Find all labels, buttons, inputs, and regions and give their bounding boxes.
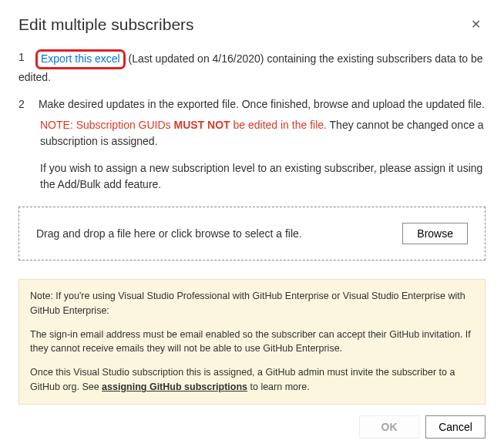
guid-note: NOTE: Subscription GUIDs MUST NOT be edi… (40, 117, 486, 150)
step-2-text: Make desired updates in the exported fil… (39, 98, 485, 110)
info-p2: The sign-in email address must be email … (30, 328, 474, 357)
dialog-footer: OK Cancel (18, 415, 486, 439)
assign-tip: If you wish to assign a new subscription… (40, 160, 486, 193)
info-p3: Once this Visual Studio subscription thi… (30, 365, 474, 395)
step-1: 1Export this excel (Last updated on 4/16… (18, 49, 486, 86)
note-bold: MUST NOT (174, 119, 230, 131)
step-2: 2 Make desired updates in the exported f… (18, 96, 486, 193)
close-button[interactable]: ✕ (466, 15, 486, 34)
assigning-github-link[interactable]: assigning GitHub subscriptions (102, 381, 247, 392)
step-number: 1 (18, 49, 35, 66)
file-dropzone[interactable]: Drag and drop a file here or click brows… (18, 207, 486, 260)
github-info-note: Note: If you're using Visual Studio Prof… (18, 279, 486, 405)
dialog-title: Edit multiple subscribers (18, 15, 194, 34)
ok-button: OK (359, 415, 419, 439)
note-prefix: NOTE: Subscription GUIDs (40, 119, 174, 131)
note-suffix: be edited in the file. (230, 119, 327, 131)
step-number: 2 (18, 96, 35, 113)
export-excel-link[interactable]: Export this excel (41, 52, 120, 65)
browse-button[interactable]: Browse (402, 223, 468, 244)
info-p1: Note: If you're using Visual Studio Prof… (30, 289, 474, 318)
edit-subscribers-dialog: Edit multiple subscribers ✕ 1Export this… (0, 0, 504, 447)
cancel-button[interactable]: Cancel (425, 415, 486, 439)
export-link-highlight: Export this excel (35, 49, 126, 69)
dropzone-text: Drag and drop a file here or click brows… (36, 227, 302, 240)
dialog-header: Edit multiple subscribers ✕ (18, 15, 486, 34)
